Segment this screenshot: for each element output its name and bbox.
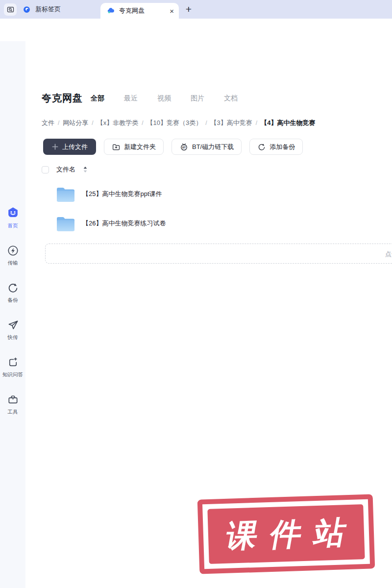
sidebar-item-label: 传输 <box>8 259 18 266</box>
tab-all[interactable]: 全部 <box>91 94 104 103</box>
sort-icon[interactable] <box>83 166 88 173</box>
folder-plus-icon <box>112 143 121 151</box>
upload-dropzone[interactable]: 点击上传 <box>45 244 392 264</box>
folder-icon <box>56 185 75 203</box>
main-content: 夸克网盘 全部 最近 视频 图片 文档 文件 / 网站分享 / 【x】非教学类 … <box>25 41 392 588</box>
bt-download-icon: BT <box>179 142 189 151</box>
filter-tabs: 全部 最近 视频 图片 文档 <box>91 94 238 103</box>
browser-tab-newtab[interactable]: 新标签页 <box>23 0 61 19</box>
sidebar: 首页 传输 备份 快传 知识问答 工具 <box>0 41 25 588</box>
sidebar-item-label: 备份 <box>8 296 18 303</box>
tab-documents[interactable]: 文档 <box>224 94 238 103</box>
breadcrumb-separator: / <box>92 120 93 126</box>
sidebar-item-label: 快传 <box>8 334 18 341</box>
breadcrumb-separator: / <box>58 120 59 126</box>
transfer-icon <box>7 245 19 257</box>
browser-navbar: 搜网盘 <box>0 19 392 41</box>
file-row[interactable]: 【25】高中生物竞赛ppt课件 <box>56 184 162 204</box>
sidebar-item-quick-send[interactable]: 快传 <box>0 319 25 341</box>
tab-title: 夸克网盘 <box>119 6 166 15</box>
file-name[interactable]: 【26】高中生物竞赛练习试卷 <box>82 219 166 228</box>
quark-browser-logo-icon <box>23 5 31 14</box>
breadcrumb-separator: / <box>142 120 143 126</box>
select-all-checkbox[interactable] <box>42 166 49 173</box>
breadcrumb: 文件 / 网站分享 / 【x】非教学类 / 【10】竞赛（3类） / 【3】高中… <box>42 119 315 127</box>
page-title: 夸克网盘 <box>42 92 83 105</box>
tab-videos[interactable]: 视频 <box>157 94 171 103</box>
sidebar-item-transfer[interactable]: 传输 <box>0 245 25 267</box>
tab-title: 新标签页 <box>35 5 61 14</box>
new-folder-label: 新建文件夹 <box>124 143 156 151</box>
new-tab-button[interactable]: + <box>182 3 195 16</box>
file-list-header: 文件名 <box>42 165 88 174</box>
quark-drive-favicon-cloud-icon <box>106 6 115 15</box>
bt-download-label: BT/磁力链下载 <box>192 143 234 151</box>
breadcrumb-item[interactable]: 【10】竞赛（3类） <box>147 119 202 127</box>
tab-search-button[interactable] <box>4 3 17 16</box>
sidebar-item-label: 知识问答 <box>2 371 23 378</box>
file-row[interactable]: 【26】高中生物竞赛练习试卷 <box>56 213 166 234</box>
plus-icon <box>51 143 59 150</box>
add-backup-button[interactable]: 添加备份 <box>249 139 303 155</box>
new-folder-button[interactable]: 新建文件夹 <box>104 139 164 155</box>
breadcrumb-item[interactable]: 网站分享 <box>63 119 88 127</box>
bt-magnet-download-button[interactable]: BT BT/磁力链下载 <box>172 139 242 155</box>
add-backup-label: 添加备份 <box>270 143 295 151</box>
breadcrumb-item[interactable]: 文件 <box>42 119 54 127</box>
dropzone-hint-text: 点击上传 <box>385 250 392 259</box>
folder-icon <box>56 215 75 232</box>
sidebar-item-label: 首页 <box>8 222 18 229</box>
sidebar-item-knowledge-qa[interactable]: 知识问答 <box>0 356 25 378</box>
refresh-cycle-icon <box>257 143 266 151</box>
browser-tab-quark-drive[interactable]: 夸克网盘 × <box>100 3 179 19</box>
svg-text:BT: BT <box>182 146 186 149</box>
sidebar-item-label: 工具 <box>8 408 18 415</box>
browser-tabstrip: 新标签页 夸克网盘 × + <box>0 0 392 19</box>
sidebar-item-home[interactable]: 首页 <box>0 206 25 229</box>
tools-icon <box>7 393 19 406</box>
sidebar-item-tools[interactable]: 工具 <box>0 393 25 416</box>
backup-icon <box>7 282 19 294</box>
tab-images[interactable]: 图片 <box>191 94 204 103</box>
close-tab-icon[interactable]: × <box>170 7 174 15</box>
home-icon <box>6 206 20 220</box>
breadcrumb-item-current: 【4】高中生物竞赛 <box>261 119 315 127</box>
knowledge-qa-icon <box>7 356 19 368</box>
upload-file-button[interactable]: 上传文件 <box>43 139 96 155</box>
breadcrumb-item[interactable]: 【3】高中竞赛 <box>211 119 252 127</box>
quick-send-icon <box>7 319 19 331</box>
breadcrumb-item[interactable]: 【x】非教学类 <box>97 119 139 127</box>
file-name[interactable]: 【25】高中生物竞赛ppt课件 <box>82 190 162 198</box>
tab-search-icon <box>6 5 15 14</box>
breadcrumb-separator: / <box>205 120 207 126</box>
sidebar-item-backup[interactable]: 备份 <box>0 282 25 304</box>
toolbar: 上传文件 新建文件夹 BT BT/磁力链下载 添加备份 <box>43 139 303 155</box>
tab-recent[interactable]: 最近 <box>124 94 138 103</box>
filename-column-header[interactable]: 文件名 <box>56 165 75 174</box>
upload-file-label: 上传文件 <box>62 143 88 151</box>
breadcrumb-separator: / <box>256 120 257 126</box>
